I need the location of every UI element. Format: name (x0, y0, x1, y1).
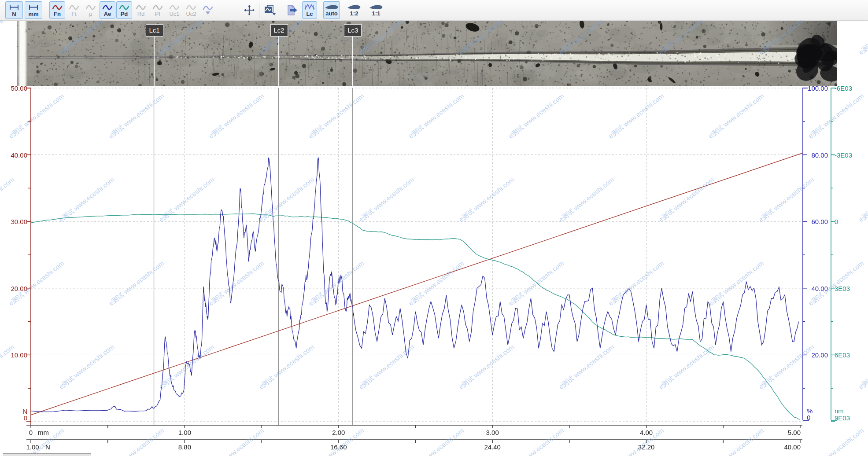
series-fn-line (31, 153, 803, 415)
y-left-tick: 10.00 (0, 351, 27, 359)
x-n-tick: 40.00 (777, 443, 801, 451)
lc-marker-line-2[interactable] (278, 37, 279, 86)
y-nm-unit: nm (835, 407, 865, 415)
x-n-tick: 24.40 (479, 443, 506, 451)
x-mm-tick: 1.00 (171, 429, 198, 436)
lc-marker-line-3[interactable] (352, 37, 353, 86)
y-nm-tick: 3E03 (835, 284, 865, 292)
y-left-tick: 40.00 (0, 151, 27, 158)
x-n-tick: 32.20 (633, 443, 660, 451)
y-nm-tick: -6E03 (835, 85, 865, 92)
y-nm-tick: 0 (835, 218, 865, 225)
x-mm-tick: 2.00 (325, 429, 352, 436)
y-left-min: 0 (0, 414, 27, 422)
y-pct-tick: 40.00 (806, 284, 828, 292)
y-pct-min: 0 (807, 414, 829, 421)
y-left-tick: 30.00 (0, 218, 27, 225)
x-mm-tick: 5.00 (779, 429, 801, 436)
y-pct-tick: 80.00 (806, 151, 828, 158)
scratch-test-chart[interactable] (0, 0, 868, 456)
series-pd-line (31, 214, 800, 419)
y-nm-tick: 6E03 (835, 351, 865, 359)
lc-marker-label-1[interactable]: Lc1 (146, 24, 163, 37)
x-mm-tick: 3.00 (479, 429, 506, 436)
y-left-tick: 20.00 (0, 284, 27, 292)
x-n-first: 1.00 (19, 443, 46, 451)
y-nm-max: 9E03 (835, 414, 865, 422)
y-left-tick: 50.00 (0, 85, 27, 92)
x-n-unit: N (45, 443, 59, 451)
x-mm-tick: 4.00 (633, 429, 660, 436)
x-n-tick: 16.60 (325, 443, 352, 451)
y-pct-tick: 100.00 (806, 85, 828, 92)
y-nm-tick: -3E03 (835, 151, 865, 158)
y-pct-tick: 20.00 (806, 351, 828, 359)
lc-marker-label-2[interactable]: Lc2 (270, 24, 288, 37)
lc-marker-label-3[interactable]: Lc3 (344, 24, 362, 37)
cutoff-window-artifact (3, 453, 91, 456)
x-mm-unit: mm (38, 429, 55, 436)
x-n-tick: 8.80 (171, 443, 198, 451)
lc-marker-line-1[interactable] (154, 37, 155, 86)
y-pct-tick: 60.00 (806, 218, 828, 225)
